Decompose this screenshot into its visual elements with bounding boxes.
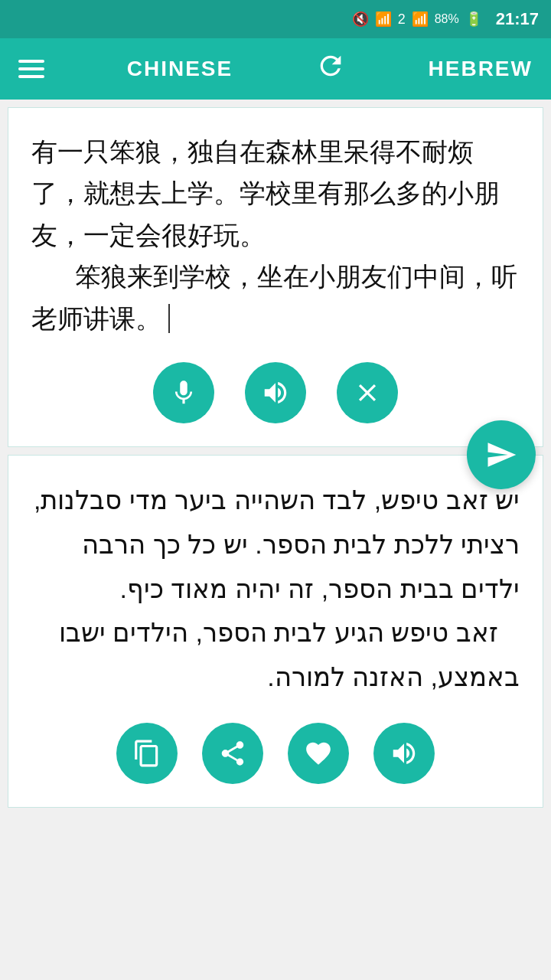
battery-indicator: 88% [435, 12, 459, 26]
share-button[interactable] [202, 723, 263, 784]
copy-button[interactable] [116, 723, 178, 784]
menu-button[interactable] [18, 60, 44, 78]
mute-icon: 🔇 [352, 11, 369, 28]
wifi-icon: 📶 [375, 11, 392, 28]
status-icons: 🔇 📶 2 📶 88% 🔋 21:17 [352, 9, 539, 29]
sim-icon: 2 [398, 11, 406, 28]
chinese-panel: 有一只笨狼，独自在森林里呆得不耐烦了，就想去上学。学校里有那么多的小朋友，一定会… [8, 107, 543, 447]
hebrew-lang-label[interactable]: HEBREW [429, 57, 533, 81]
refresh-button[interactable] [315, 51, 346, 87]
chinese-controls [24, 347, 527, 431]
hebrew-controls [24, 707, 527, 792]
battery-icon: 🔋 [465, 11, 482, 28]
chinese-lang-label[interactable]: CHINESE [127, 57, 233, 81]
microphone-button[interactable] [153, 362, 214, 423]
hebrew-panel: יש זאב טיפש, לבד השהייה ביער מדי סבלנות,… [8, 455, 543, 808]
status-time: 21:17 [496, 9, 539, 29]
hebrew-text[interactable]: יש זאב טיפש, לבד השהייה ביער מדי סבלנות,… [24, 471, 527, 707]
send-button[interactable] [467, 420, 536, 489]
status-bar: 🔇 📶 2 📶 88% 🔋 21:17 [0, 0, 551, 38]
chinese-text[interactable]: 有一只笨狼，独自在森林里呆得不耐烦了，就想去上学。学校里有那么多的小朋友，一定会… [24, 123, 527, 347]
heart-button[interactable] [288, 723, 349, 784]
close-button[interactable] [337, 362, 398, 423]
speaker-button[interactable] [245, 362, 306, 423]
app-header: CHINESE HEBREW [0, 38, 551, 100]
signal-icon: 📶 [412, 11, 429, 28]
speaker-bottom-button[interactable] [373, 723, 435, 784]
